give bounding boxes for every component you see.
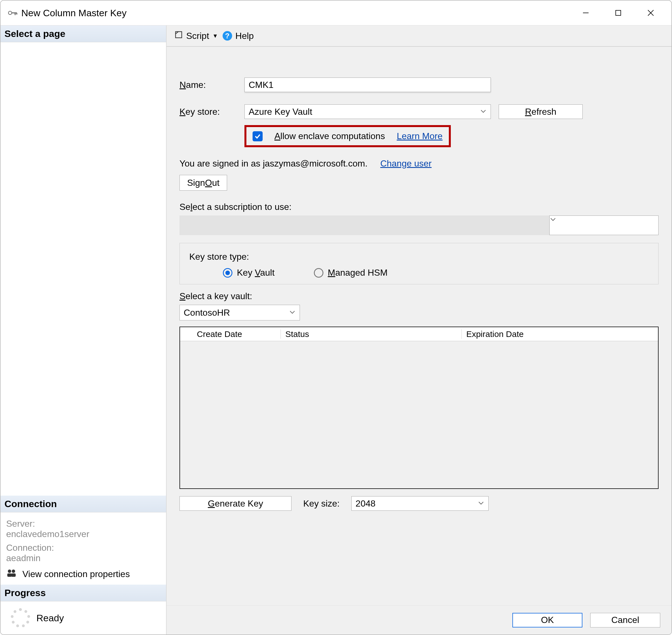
svg-point-8 [8, 570, 11, 573]
subscription-select[interactable] [549, 216, 658, 235]
ok-button[interactable]: OK [512, 613, 582, 628]
chevron-down-icon [289, 308, 296, 318]
svg-point-9 [12, 570, 15, 573]
people-icon [6, 568, 17, 579]
change-user-link[interactable]: Change user [380, 158, 432, 169]
svg-rect-11 [11, 573, 16, 577]
server-value: enclavedemo1server [6, 529, 161, 539]
learn-more-link[interactable]: Learn More [397, 131, 443, 141]
view-connection-label: View connection properties [22, 569, 130, 579]
chevron-down-icon [480, 107, 487, 117]
select-page-header: Select a page [1, 25, 166, 42]
key-size-select[interactable]: 2048 [351, 496, 489, 511]
dialog-footer: OK Cancel [167, 605, 671, 634]
subscription-row [180, 216, 658, 235]
keystore-type-legend: Key store type: [189, 251, 649, 262]
connection-value: aeadmin [6, 553, 161, 563]
keystore-type-group: Key store type: Key Vault Managed HSM [180, 243, 658, 284]
progress-spinner-icon [10, 608, 30, 628]
chevron-down-icon: ▼ [212, 33, 218, 39]
main-panel: Script ▼ ? Help Name: Key store: [167, 25, 671, 634]
allow-enclave-checkbox[interactable] [253, 131, 262, 141]
server-label: Server: [6, 519, 161, 529]
svg-rect-12 [175, 31, 182, 38]
maximize-button[interactable] [602, 4, 634, 21]
help-icon: ? [223, 31, 232, 41]
allow-enclave-label: Allow enclave computations [274, 131, 385, 141]
keystore-select[interactable]: Azure Key Vault [245, 104, 491, 119]
dialog-window: New Column Master Key Select a page Conn… [0, 0, 672, 635]
chevron-down-icon [478, 499, 484, 509]
enclave-highlight: Allow enclave computations Learn More [245, 125, 451, 147]
close-button[interactable] [634, 4, 667, 21]
progress-status: Ready [36, 613, 64, 623]
select-subscription-label: Select a subscription to use: [180, 202, 292, 212]
radio-key-vault[interactable]: Key Vault [223, 267, 275, 278]
cancel-button[interactable]: Cancel [590, 613, 660, 628]
generate-key-button[interactable]: Generate Key [180, 496, 292, 511]
svg-point-0 [8, 11, 12, 15]
key-size-label: Key size: [303, 499, 340, 509]
col-create-date[interactable]: Create Date [192, 329, 281, 339]
connection-panel: Server: enclavedemo1server Connection: a… [1, 512, 166, 585]
select-key-vault-label: Select a key vault: [180, 291, 252, 301]
name-label: Name: [180, 80, 245, 90]
key-vault-select[interactable]: ContosoHR [180, 305, 300, 321]
signed-in-text: You are signed in as jaszymas@microsoft.… [180, 158, 368, 169]
progress-panel: Ready [1, 601, 166, 634]
col-status[interactable]: Status [281, 329, 462, 339]
connection-label: Connection: [6, 543, 161, 553]
help-label: Help [235, 31, 254, 41]
view-connection-properties[interactable]: View connection properties [6, 568, 161, 579]
minimize-button[interactable] [569, 4, 602, 21]
radio-key-vault-label: Key Vault [237, 267, 275, 278]
keystore-value: Azure Key Vault [249, 107, 312, 117]
key-vault-value: ContosoHR [184, 308, 230, 318]
key-icon [8, 9, 17, 16]
keys-table[interactable]: Create Date Status Expiration Date [180, 327, 658, 489]
key-size-value: 2048 [356, 499, 376, 509]
chevron-down-icon [550, 216, 556, 224]
refresh-button[interactable]: Refresh [499, 104, 583, 119]
subscription-name [180, 216, 549, 235]
progress-header: Progress [1, 585, 166, 601]
script-icon [174, 30, 183, 41]
col-expiration[interactable]: Expiration Date [462, 329, 658, 339]
titlebar: New Column Master Key [1, 1, 671, 25]
help-button[interactable]: ? Help [223, 31, 254, 41]
sign-out-button[interactable]: Sign Out [180, 175, 227, 191]
connection-header: Connection [1, 496, 166, 512]
name-input[interactable] [245, 78, 491, 92]
svg-rect-10 [7, 573, 12, 577]
toolbar: Script ▼ ? Help [167, 25, 671, 47]
svg-rect-5 [616, 10, 621, 15]
radio-managed-hsm[interactable]: Managed HSM [314, 267, 387, 278]
radio-mhsm-label: Managed HSM [328, 267, 387, 278]
script-button[interactable]: Script ▼ [174, 30, 218, 41]
radio-icon [223, 268, 232, 278]
table-header: Create Date Status Expiration Date [180, 327, 658, 341]
radio-icon [314, 268, 323, 278]
window-title: New Column Master Key [21, 7, 127, 19]
keystore-label: Key store: [180, 107, 245, 117]
script-label: Script [186, 31, 209, 41]
sidebar: Select a page Connection Server: enclave… [1, 25, 167, 634]
